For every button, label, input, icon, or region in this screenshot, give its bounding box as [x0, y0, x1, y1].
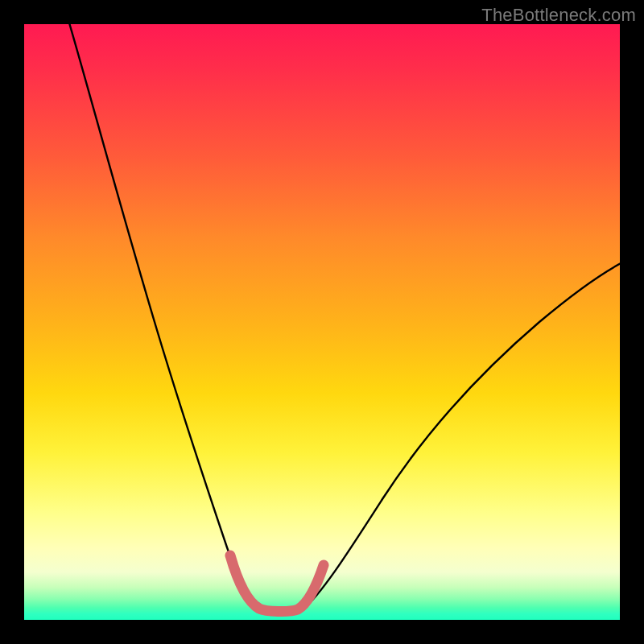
watermark-text: TheBottleneck.com	[481, 5, 636, 26]
bottleneck-curve-right	[302, 262, 620, 610]
curve-layer	[24, 24, 620, 620]
valley-highlight	[230, 555, 324, 612]
chart-frame: TheBottleneck.com	[0, 0, 644, 644]
plot-area	[24, 24, 620, 620]
bottleneck-curve-left	[68, 24, 259, 610]
